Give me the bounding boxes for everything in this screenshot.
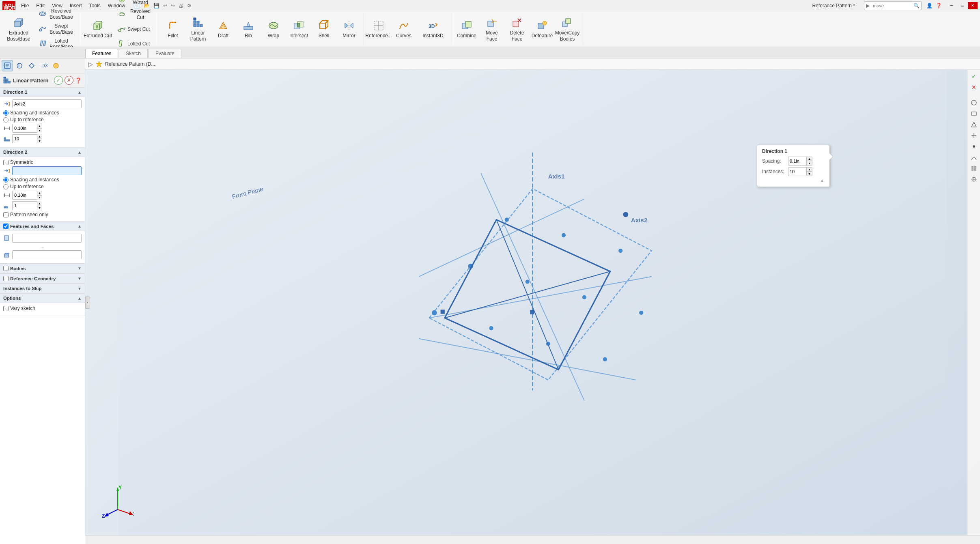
options-toggle[interactable]: ▲ [78,296,82,301]
direction1-header[interactable]: Direction 1 ▲ [0,88,85,97]
tooltip-spacing-input[interactable] [788,158,806,164]
symmetric-checkbox[interactable] [3,160,9,165]
vr-btn2[interactable] [969,109,979,118]
extruded-boss-btn[interactable]: ExtrudedBoss/Base [2,14,35,44]
move-copy-btn[interactable]: Move/Copy Bodies [555,14,579,44]
reference-geometry-toggle[interactable]: ▼ [78,276,82,281]
tooltip-collapse[interactable]: ▲ [762,178,825,183]
direction2-header[interactable]: Direction 2 ▲ [0,148,85,157]
options-header[interactable]: Options ▲ [0,294,85,303]
minimize-btn[interactable]: ─ [947,2,956,9]
hole-wizard-btn[interactable]: Hole Wizard [115,0,155,6]
tab-sketch[interactable]: Sketch [119,49,148,58]
dir2-spacing-input-group[interactable]: ▲ ▼ [12,191,42,200]
panel-icon-property[interactable]: i [14,60,25,71]
undo-btn[interactable]: ↩ [163,3,167,9]
reference-geometry-checkbox[interactable] [3,276,9,281]
swept-cut-btn[interactable]: Swept Cut [115,22,155,36]
tab-features[interactable]: Features [85,49,118,58]
user-icon[interactable]: 👤 [926,3,933,9]
cancel-button[interactable]: ✗ [65,76,73,85]
help-button[interactable]: ❓ [75,77,82,84]
vr-btn7[interactable] [969,163,979,173]
swept-boss-btn[interactable]: Swept Boss/Base [36,22,76,36]
spacing-input-group[interactable]: ▲ ▼ [12,124,42,133]
intersect-btn[interactable]: Intersect [286,15,311,44]
features-input1[interactable] [12,234,82,243]
spacing-down[interactable]: ▼ [37,129,42,133]
redo-btn[interactable]: ↪ [171,3,175,9]
instances-up[interactable]: ▲ [37,134,42,139]
dir2-upref-radio[interactable] [3,184,9,189]
shell-btn[interactable]: Shell [312,15,336,44]
menu-tools[interactable]: Tools [86,2,104,9]
viewport[interactable]: ✋ 👁 [85,70,980,535]
reference-btn[interactable]: Reference... [366,15,391,44]
tooltip-instances-input[interactable] [788,169,806,174]
tooltip-spacing-input-group[interactable]: ▲ ▼ [788,157,812,166]
spacing-up[interactable]: ▲ [37,124,42,129]
tooltip-spacing-up[interactable]: ▲ [806,157,812,161]
menu-file[interactable]: File [18,2,32,9]
direction2-toggle[interactable]: ▲ [78,150,82,155]
dir2-spacing-up[interactable]: ▲ [37,191,42,196]
mirror-btn[interactable]: Mirror [337,15,361,44]
draft-btn[interactable]: Draft [211,15,235,44]
instances-down[interactable]: ▼ [37,139,42,144]
tooltip-instances-input-group[interactable]: ▲ ▼ [788,167,812,176]
panel-icon-features[interactable] [2,60,13,71]
panel-icon-appearance[interactable] [50,60,62,71]
dir2-instances-down[interactable]: ▼ [37,206,42,211]
extruded-cut-btn[interactable]: Extruded Cut [82,15,114,44]
linear-pattern-btn[interactable]: Linear Pattern [186,14,210,44]
curves-btn[interactable]: Curves [392,15,416,44]
tooltip-instances-down[interactable]: ▼ [806,172,812,176]
vary-sketch-checkbox[interactable] [3,306,9,311]
reference-geometry-header[interactable]: Reference Geometry ▼ [0,274,85,284]
ok-button[interactable]: ✓ [54,76,63,85]
vr-btn3[interactable] [969,120,979,129]
features-input2[interactable] [12,250,82,259]
defeature-btn[interactable]: Defeature [530,15,554,44]
revolved-cut-btn[interactable]: Revolved Cut [115,7,155,22]
instances-to-skip-toggle[interactable]: ▼ [78,286,82,291]
search-box[interactable]: ▶ 🔍 [864,1,922,10]
instant3d-btn[interactable]: 3D Instant3D [417,15,449,44]
panel-expand-handle[interactable]: ‹ [85,297,90,309]
bodies-checkbox[interactable] [3,266,9,271]
direction1-toggle[interactable]: ▲ [78,90,82,95]
bodies-toggle[interactable]: ▼ [78,266,82,271]
tooltip-instances-up[interactable]: ▲ [806,168,812,172]
vr-btn8[interactable] [969,174,979,184]
search-submit[interactable]: 🔍 [912,3,921,9]
bodies-header[interactable]: Bodies ▼ [0,264,85,273]
print-btn[interactable]: 🖨 [179,3,183,9]
vr-btn5[interactable] [969,142,979,151]
settings-btn[interactable]: ⚙ [187,3,192,9]
direction1-value-input[interactable] [12,99,82,108]
pattern-seed-checkbox[interactable] [3,212,9,217]
features-faces-checkbox[interactable] [3,224,9,229]
vr-btn1[interactable] [969,98,979,108]
move-face-btn[interactable]: Move Face [480,14,504,44]
tab-evaluate[interactable]: Evaluate [149,49,181,58]
dir2-spacing-radio[interactable] [3,177,9,183]
restore-btn[interactable]: ▭ [957,2,967,9]
vr-reject-btn[interactable]: ✕ [969,82,979,92]
fillet-btn[interactable]: Fillet [161,15,185,44]
help-icon[interactable]: ❓ [936,3,942,9]
panel-icon-config[interactable] [26,60,37,71]
delete-face-btn[interactable]: Delete Face [505,14,529,44]
rib-btn[interactable]: Rib [236,15,261,44]
instances-input-group[interactable]: ▲ ▼ [12,134,42,143]
wrap-btn[interactable]: Wrap [261,15,286,44]
features-faces-toggle[interactable]: ▲ [78,224,82,228]
panel-icon-dim[interactable]: DX [38,60,50,71]
combine-btn[interactable]: Combine [454,15,479,44]
dir2-spacing-input[interactable] [13,192,37,198]
dir2-instances-up[interactable]: ▲ [37,201,42,206]
spacing-instances-radio[interactable] [3,110,9,116]
vr-btn4[interactable] [969,131,979,140]
dir2-instances-input-group[interactable]: ▲ ▼ [12,201,42,210]
revolved-boss-btn[interactable]: Revolved Boss/Base [36,7,76,21]
